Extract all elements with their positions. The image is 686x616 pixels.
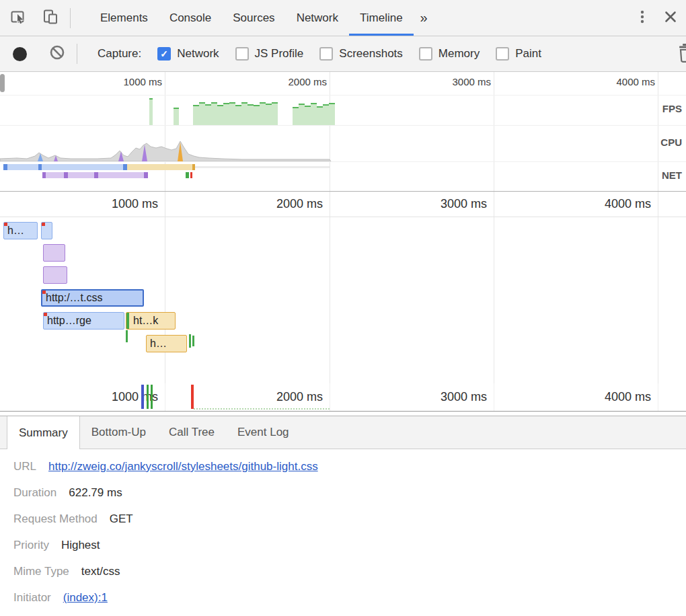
timeline-flame-chart[interactable]: 1000 ms2000 ms3000 ms4000 msh…http:/…t.c… — [0, 192, 686, 383]
ruler-tick-label: 4000 ms — [570, 390, 651, 404]
fps-bar — [272, 102, 278, 125]
long-task-marker — [42, 223, 45, 226]
tab-call-tree[interactable]: Call Tree — [157, 416, 226, 449]
device-toolbar-icon — [42, 8, 59, 28]
inspect-element-button[interactable] — [7, 7, 30, 30]
timeline-overview-pane[interactable]: FPS CPU NET 1000 ms2000 ms3000 ms4000 ms — [0, 72, 686, 192]
overview-row-label-net: NET — [662, 169, 682, 181]
fps-bar — [317, 106, 323, 125]
ruler-tick-label: 2000 ms — [242, 197, 323, 211]
checkbox-label: JS Profile — [255, 47, 304, 61]
network-request-bar[interactable]: h… — [3, 222, 38, 239]
fps-bar — [241, 102, 247, 125]
fps-bar — [266, 104, 272, 125]
summary-row-request-method: Request Method GET — [13, 511, 686, 527]
ruler-tick-label: 1000 ms — [77, 197, 158, 211]
network-request-bar[interactable] — [43, 266, 67, 284]
net-activity-bar — [127, 164, 194, 170]
gridline — [494, 383, 494, 411]
devtools-window: Elements Console Sources Network Timelin… — [0, 0, 686, 616]
net-activity-bar — [3, 164, 127, 170]
record-button[interactable] — [8, 42, 31, 65]
tab-bottom-up[interactable]: Bottom-Up — [80, 416, 157, 449]
capture-toolbar: Capture: ✓ Network JS Profile Screenshot… — [0, 36, 686, 72]
fps-bar — [211, 102, 217, 125]
gridline — [494, 192, 494, 383]
long-task-marker — [4, 223, 7, 226]
net-activity-bar — [144, 172, 148, 178]
ruler-tick-label: 2000 ms — [242, 390, 323, 404]
fps-bar — [260, 102, 266, 125]
field-label: URL — [13, 459, 36, 475]
field-label: Request Method — [13, 511, 98, 527]
toolbar-separator — [70, 8, 71, 28]
tab-event-log[interactable]: Event Log — [226, 416, 301, 449]
capture-checkbox-memory[interactable]: Memory — [419, 47, 480, 61]
field-value: Highest — [61, 537, 100, 553]
field-label: Priority — [13, 537, 49, 553]
paint-marker — [126, 313, 129, 329]
fps-bar — [311, 103, 317, 125]
ruler-tick-label: 1000 ms — [88, 76, 162, 87]
field-label: Duration — [13, 485, 56, 501]
checkbox-icon: ✓ — [157, 47, 171, 61]
field-value: 622.79 ms — [69, 485, 122, 501]
bottom-time-ruler[interactable]: 1000 ms2000 ms3000 ms4000 ms — [0, 383, 686, 412]
inspect-icon — [9, 8, 27, 28]
garbage-collect-button[interactable] — [674, 42, 686, 65]
gridline — [658, 383, 658, 411]
fps-bar — [229, 102, 235, 125]
ruler-tick-label: 1000 ms — [77, 390, 158, 404]
capture-checkbox-paint[interactable]: Paint — [496, 47, 541, 61]
url-link[interactable]: http://zweig.co/jankyscroll/stylesheets/… — [48, 459, 318, 475]
tab-network[interactable]: Network — [286, 0, 349, 36]
trash-icon — [676, 42, 686, 65]
network-request-bar[interactable] — [41, 222, 52, 239]
fps-bar — [217, 105, 223, 125]
net-activity-bar — [38, 164, 42, 170]
close-button[interactable] — [659, 7, 682, 30]
checkbox-label: Screenshots — [339, 47, 403, 61]
summary-row-initiator: Initiator (index):1 — [13, 590, 686, 606]
details-tabbar: Summary Bottom-Up Call Tree Event Log — [0, 416, 686, 449]
net-activity-bar — [94, 172, 98, 178]
net-activity-bar — [42, 172, 46, 178]
tab-console[interactable]: Console — [159, 0, 222, 36]
initiator-link[interactable]: (index):1 — [63, 590, 108, 606]
field-label: Initiator — [13, 590, 51, 606]
clear-button[interactable] — [46, 42, 69, 65]
tab-sources[interactable]: Sources — [222, 0, 285, 36]
tab-timeline[interactable]: Timeline — [349, 0, 414, 36]
network-request-bar[interactable]: h… — [146, 335, 187, 352]
device-toolbar-button[interactable] — [39, 7, 62, 30]
kebab-menu-button[interactable] — [631, 7, 654, 30]
network-request-bar[interactable]: ht…k — [126, 312, 176, 330]
overview-row-label-fps: FPS — [662, 103, 682, 114]
more-panels-button[interactable]: » — [414, 0, 434, 36]
capture-checkbox-network[interactable]: ✓ Network — [157, 47, 219, 61]
main-toolbar: Elements Console Sources Network Timelin… — [0, 0, 686, 36]
summary-row-url: URL http://zweig.co/jankyscroll/styleshe… — [13, 459, 686, 475]
network-request-bar[interactable]: http:/…t.css — [41, 289, 144, 307]
capture-checkbox-screenshots[interactable]: Screenshots — [319, 47, 403, 61]
clear-icon — [48, 44, 66, 64]
tab-elements[interactable]: Elements — [89, 0, 159, 36]
tab-summary[interactable]: Summary — [7, 416, 80, 449]
checkbox-icon — [319, 47, 333, 61]
fps-bar — [223, 103, 229, 125]
fps-bar — [149, 98, 153, 125]
fps-bar — [193, 105, 199, 125]
checkbox-icon — [419, 47, 432, 61]
network-request-bar[interactable] — [43, 244, 65, 262]
fps-bar — [299, 104, 305, 125]
network-request-bar[interactable]: http…rge — [43, 312, 124, 330]
fps-bar — [254, 105, 260, 125]
field-label: Mime Type — [13, 564, 69, 580]
field-value: text/css — [81, 564, 120, 580]
capture-checkbox-js-profile[interactable]: JS Profile — [235, 47, 304, 61]
fps-bar — [323, 104, 329, 125]
overview-scroll-grip[interactable] — [0, 74, 5, 92]
checkbox-label: Memory — [439, 47, 480, 61]
net-activity-bar — [195, 166, 330, 168]
ruler-separator — [0, 217, 686, 217]
